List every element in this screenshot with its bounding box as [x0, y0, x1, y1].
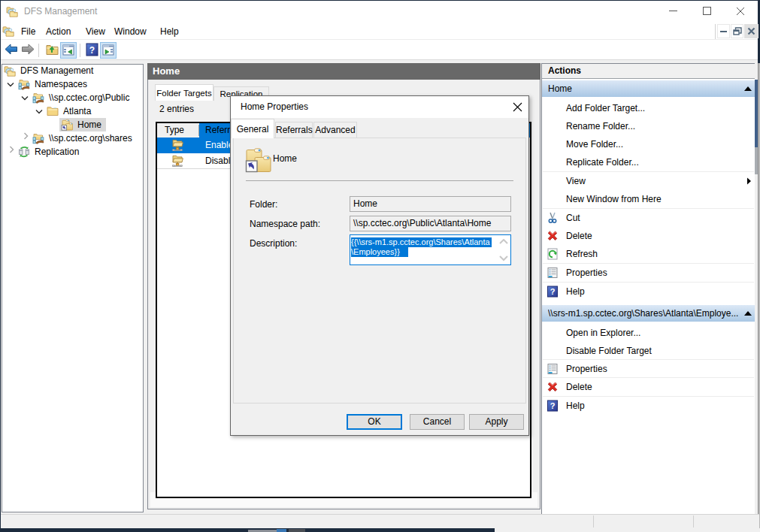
svg-text:?: ?	[89, 45, 95, 56]
